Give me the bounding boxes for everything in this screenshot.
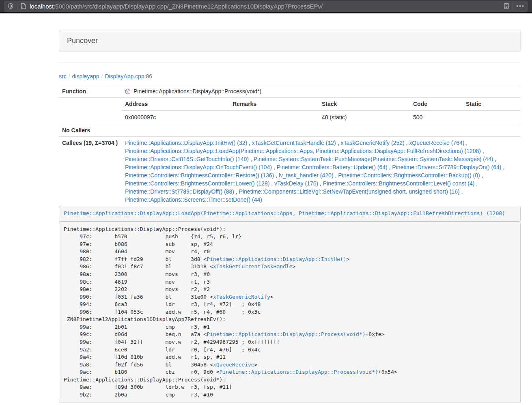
callee-link[interactable]: Pinetime::System::SystemTask::PushMessag… <box>254 156 493 162</box>
browser-chrome: localhost:5000/path/src/displayapp/Displ… <box>0 0 532 13</box>
function-label: Function <box>59 85 122 98</box>
stats-code: 500 <box>410 110 463 124</box>
disassembly-symbol-link[interactable]: Pinetime::Applications::DisplayApp::Proc… <box>220 369 378 375</box>
stats-table: Address Remarks Stack Code Static 0x0000… <box>122 98 521 124</box>
callee-separator: , <box>493 156 496 162</box>
callee-separator: , <box>460 188 463 195</box>
disassembly-symbol-link[interactable]: Pinetime::Applications::DisplayApp::Proc… <box>207 331 365 337</box>
stats-header-code: Code <box>410 98 463 110</box>
callee-separator: , <box>502 164 505 170</box>
stats-header-remarks: Remarks <box>229 98 319 110</box>
page-icon[interactable] <box>21 3 26 9</box>
function-info-table: Function Pinetime::Applications::Display… <box>59 85 521 206</box>
disassembly-symbol-link[interactable]: xTaskGenericNotify <box>213 294 270 300</box>
callee-link[interactable]: Pinetime::Drivers::St7789::DisplayOff() … <box>125 188 234 195</box>
stats-stack: 40 (static) <box>319 110 410 124</box>
callee-link[interactable]: Pinetime::Controllers::BrightnessControl… <box>125 180 269 187</box>
callee-separator: , <box>249 156 254 162</box>
callee-link[interactable]: Pinetime::Components::LittleVgl::SetNewT… <box>239 188 460 195</box>
callee-link[interactable]: Pinetime::Drivers::Cst816S::GetTouchInfo… <box>125 156 249 162</box>
callee-separator: , <box>388 164 392 170</box>
callee-link[interactable]: Pinetime::Applications::Screens::Timer::… <box>125 196 262 203</box>
stats-value-row: 0x0000097c 40 (static) 500 <box>122 110 521 124</box>
breadcrumb-link-src[interactable]: src <box>59 73 67 80</box>
breadcrumb-line-number: :86 <box>144 73 152 80</box>
breadcrumb: src/displayapp/DisplayApp.cpp:86 <box>59 73 521 80</box>
breadcrumb-link-file[interactable]: DisplayApp.cpp <box>105 73 144 80</box>
function-cube-icon <box>125 88 131 95</box>
stats-remarks <box>229 110 319 124</box>
breadcrumb-link-displayapp[interactable]: displayapp <box>72 73 99 80</box>
stats-static <box>463 110 521 124</box>
callee-separator: , <box>234 188 239 195</box>
stats-header-address: Address <box>122 98 229 110</box>
urlbar-separator <box>17 3 17 10</box>
disassembly-symbol-link[interactable]: Pinetime::Applications::DisplayApp::Init… <box>207 256 346 262</box>
stats-address: 0x0000097c <box>122 110 229 124</box>
callee-separator: , <box>274 172 279 179</box>
stats-header-stack: Stack <box>319 98 410 110</box>
function-row: Function Pinetime::Applications::Display… <box>59 85 521 98</box>
callee-link[interactable]: Pinetime::Controllers::BrightnessControl… <box>323 180 474 187</box>
urlbar-separator-right <box>513 3 513 10</box>
page-content: Puncover src/displayapp/DisplayApp.cpp:8… <box>59 30 521 403</box>
disassembly-symbol-link[interactable]: xQueueReceive <box>213 362 254 368</box>
callee-link[interactable]: Pinetime::Controllers::Battery::Update()… <box>277 164 388 170</box>
url-bar[interactable]: localhost:5000/path/src/displayapp/Displ… <box>4 1 528 12</box>
site-title: Puncover <box>67 37 98 45</box>
callee-link[interactable]: Pinetime::Applications::DisplayApp::Init… <box>125 140 247 146</box>
highlighted-symbol-box: Pinetime::Applications::DisplayApp::Load… <box>59 206 521 222</box>
callee-separator: , <box>405 140 409 146</box>
callee-separator: , <box>474 180 478 187</box>
page-actions-icon[interactable]: ••• <box>516 3 525 9</box>
callee-link[interactable]: Pinetime::Controllers::BrightnessControl… <box>125 172 274 179</box>
callee-separator: , <box>336 140 341 146</box>
function-name: Pinetime::Applications::DisplayApp::Proc… <box>134 87 261 95</box>
site-title-panel: Puncover <box>59 30 521 52</box>
callees-list: Pinetime::Applications::DisplayApp::Init… <box>125 139 517 204</box>
callee-link[interactable]: Pinetime::Applications::DisplayApp::OnTo… <box>125 164 272 170</box>
callee-link[interactable]: Pinetime::Applications::DisplayApp::Load… <box>125 148 481 154</box>
reader-mode-icon[interactable] <box>504 3 509 9</box>
callee-link[interactable]: Pinetime::Controllers::BrightnessControl… <box>338 172 480 179</box>
stats-row: Address Remarks Stack Code Static 0x0000… <box>59 98 521 124</box>
callee-separator: , <box>269 180 274 187</box>
shield-icon[interactable] <box>7 3 14 9</box>
url-input[interactable]: localhost:5000/path/src/displayapp/Displ… <box>30 3 504 10</box>
callee-separator: , <box>318 180 323 187</box>
disassembly-pre: Pinetime::Applications::DisplayApp::Proc… <box>59 222 521 403</box>
callee-separator: , <box>334 172 338 179</box>
callee-link[interactable]: xTaskGetCurrentTaskHandle (12) <box>252 140 336 146</box>
no-callers-row: No Callers <box>59 124 521 137</box>
callee-separator: , <box>247 140 252 146</box>
url-path: :5000/path/src/displayapp/DisplayApp.cpp… <box>54 3 323 10</box>
url-host: localhost <box>30 3 54 10</box>
callee-link[interactable]: xQueueReceive (764) <box>409 140 464 146</box>
callee-separator: , <box>272 164 277 170</box>
no-callers-label: No Callers <box>59 124 122 137</box>
callee-link[interactable]: Pinetime::Drivers::St7789::DisplayOn() (… <box>392 164 501 170</box>
callee-separator: , <box>480 172 483 179</box>
callee-link[interactable]: vTaskDelay (176) <box>274 180 318 187</box>
divider <box>59 62 521 63</box>
breadcrumb-separator: / <box>99 73 105 80</box>
stats-header-static: Static <box>463 98 521 110</box>
disassembly-symbol-link[interactable]: xTaskGetCurrentTaskHandle <box>213 263 293 269</box>
callee-link[interactable]: lv_task_handler (420) <box>279 172 334 179</box>
callee-link[interactable]: xTaskGenericNotify (252) <box>340 140 404 146</box>
callees-label: Callees (19, Σ=3704 ) <box>59 137 122 206</box>
breadcrumb-separator: / <box>67 73 72 80</box>
highlighted-symbol-link[interactable]: Pinetime::Applications::DisplayApp::Load… <box>64 210 505 216</box>
callee-separator: , <box>481 148 484 154</box>
callee-separator: , <box>464 140 467 146</box>
callees-row: Callees (19, Σ=3704 ) Pinetime::Applicat… <box>59 137 521 206</box>
